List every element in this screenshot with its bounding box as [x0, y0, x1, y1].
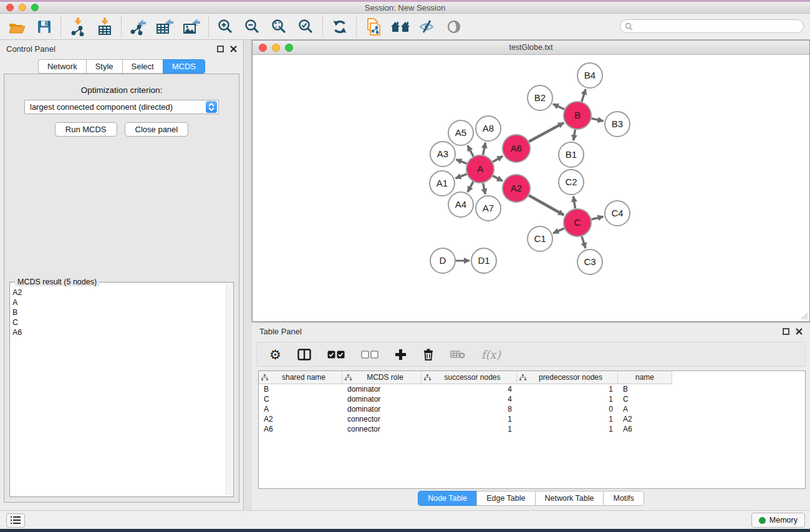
run-mcds-button[interactable]: Run MCDS [55, 122, 117, 137]
edge-C-C2[interactable] [573, 196, 575, 209]
graph-node-A[interactable]: A [466, 155, 494, 183]
result-item[interactable]: A2 [12, 288, 226, 297]
graph-node-A5[interactable]: A5 [448, 120, 473, 145]
table-cell[interactable]: C [259, 394, 342, 404]
table-cell[interactable]: B [618, 384, 672, 394]
graph-node-C4[interactable]: C4 [605, 201, 630, 226]
tab-mcds[interactable]: MCDS [163, 59, 205, 74]
graph-node-C3[interactable]: C3 [577, 249, 602, 274]
graph-node-D1[interactable]: D1 [471, 248, 496, 273]
table-cell[interactable]: dominator [342, 404, 422, 414]
column-header-MCDS-role[interactable]: MCDS role [342, 371, 422, 384]
graph-node-C2[interactable]: C2 [559, 170, 584, 195]
graph-node-B2[interactable]: B2 [528, 85, 552, 110]
edge-A-A6[interactable] [493, 156, 503, 162]
tab-select[interactable]: Select [122, 59, 163, 74]
export-network-icon[interactable] [125, 16, 152, 38]
table-cell[interactable]: A [618, 404, 672, 414]
table-cell[interactable]: 1 [517, 394, 618, 404]
first-neighbors-icon[interactable] [387, 16, 413, 38]
table-row[interactable]: A6connector11A6 [259, 424, 805, 434]
graph-node-B1[interactable]: B1 [559, 142, 584, 167]
table-cell[interactable]: 1 [422, 414, 517, 424]
table-cell[interactable]: 1 [517, 384, 618, 394]
hide-selected-icon[interactable] [413, 16, 440, 38]
column-header-successor-nodes[interactable]: successor nodes [422, 371, 517, 384]
edge-C-C4[interactable] [591, 216, 603, 220]
panel-splitter[interactable] [244, 40, 252, 510]
graph-node-A1[interactable]: A1 [430, 171, 455, 196]
table-cell[interactable]: 1 [422, 424, 517, 434]
select-all-icon[interactable] [327, 351, 345, 359]
float-panel-icon[interactable] [217, 46, 224, 52]
table-cell[interactable]: 8 [422, 404, 517, 414]
mcds-result-list[interactable]: A2ABCA6 [12, 288, 226, 494]
column-header-name[interactable]: name [618, 371, 672, 384]
table-cell[interactable]: A6 [618, 424, 672, 434]
refresh-icon[interactable] [326, 16, 353, 38]
graph-node-A2[interactable]: A2 [503, 175, 530, 202]
column-header-predecessor-nodes[interactable]: predecessor nodes [517, 371, 618, 384]
table-cell[interactable]: 4 [422, 384, 517, 394]
table-cell[interactable]: 0 [517, 404, 618, 414]
close-panel-icon[interactable] [230, 46, 237, 52]
edge-A-A3[interactable] [456, 160, 466, 164]
table-cell[interactable]: dominator [342, 394, 422, 404]
graph-node-A6[interactable]: A6 [503, 135, 530, 162]
open-session-icon[interactable] [4, 16, 31, 38]
edge-B-B3[interactable] [591, 118, 603, 121]
memory-button[interactable]: Memory [751, 513, 805, 528]
network-canvas[interactable]: AA1A2A3A4A5A6A7A8BB1B2B3B4CC1C2C3C4DD1 [253, 56, 809, 321]
search-input[interactable] [633, 22, 803, 31]
result-item[interactable]: A [12, 297, 226, 307]
table-cell[interactable]: C [618, 394, 672, 404]
tab-motifs[interactable]: Motifs [603, 491, 644, 506]
edge-A-A5[interactable] [468, 145, 473, 156]
result-item[interactable]: C [12, 317, 226, 327]
table-cell[interactable]: A6 [259, 424, 342, 434]
delete-column-icon[interactable] [423, 348, 434, 360]
table-cell[interactable]: B [259, 384, 342, 394]
table-cell[interactable]: 1 [517, 424, 618, 434]
edge-A-A7[interactable] [483, 183, 486, 195]
close-table-panel-icon[interactable] [796, 328, 803, 335]
graph-node-A4[interactable]: A4 [448, 192, 473, 217]
deselect-all-icon[interactable] [361, 351, 378, 359]
graph-node-A8[interactable]: A8 [476, 116, 501, 141]
edge-A-A1[interactable] [456, 174, 467, 178]
table-cell[interactable]: dominator [342, 384, 422, 394]
tab-node-table[interactable]: Node Table [418, 491, 476, 506]
edge-B-B1[interactable] [574, 130, 576, 141]
table-cell[interactable]: 1 [517, 414, 618, 424]
show-all-icon[interactable] [440, 16, 467, 38]
edge-A-A4[interactable] [468, 181, 473, 192]
result-item[interactable]: B [12, 307, 226, 317]
network-window-titlebar[interactable]: testGlobe.txt [253, 41, 809, 55]
clone-network-icon[interactable] [360, 16, 387, 38]
table-row[interactable]: Adominator80A [259, 404, 805, 414]
graph-node-C1[interactable]: C1 [528, 226, 552, 251]
result-item[interactable]: A6 [12, 327, 226, 337]
edge-C-C1[interactable] [553, 228, 564, 233]
edge-A2-C[interactable] [529, 195, 564, 215]
graph-node-C[interactable]: C [564, 209, 591, 236]
graph-node-B4[interactable]: B4 [577, 63, 602, 88]
tab-network-table[interactable]: Network Table [535, 491, 604, 506]
zoom-in-icon[interactable] [212, 16, 239, 38]
table-cell[interactable]: A [259, 404, 342, 414]
function-builder-icon[interactable]: f(x) [481, 348, 501, 361]
tab-network[interactable]: Network [38, 59, 86, 74]
zoom-selected-icon[interactable] [292, 16, 319, 38]
edge-C-C3[interactable] [582, 236, 586, 248]
tab-edge-table[interactable]: Edge Table [476, 491, 534, 506]
import-table-icon[interactable] [91, 16, 118, 38]
import-network-icon[interactable] [64, 16, 91, 38]
zoom-fit-icon[interactable] [266, 16, 292, 38]
optimization-select[interactable]: largest connected component (directed) [24, 100, 219, 114]
node-table[interactable]: shared nameMCDS rolesuccessor nodesprede… [258, 370, 806, 489]
create-column-icon[interactable] [395, 349, 407, 360]
table-cell[interactable]: 4 [422, 394, 517, 404]
network-graph[interactable]: AA1A2A3A4A5A6A7A8BB1B2B3B4CC1C2C3C4DD1 [253, 56, 809, 321]
table-cell[interactable]: A2 [259, 414, 342, 424]
export-table-icon[interactable] [152, 16, 178, 38]
